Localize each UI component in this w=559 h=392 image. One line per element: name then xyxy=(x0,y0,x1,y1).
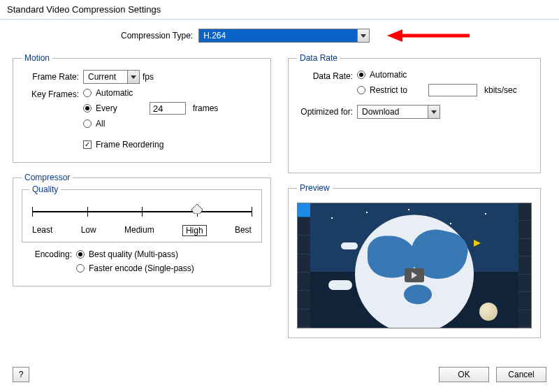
ok-button[interactable]: OK xyxy=(439,367,489,382)
optimized-for-combo[interactable]: Download xyxy=(357,105,440,119)
svg-marker-1 xyxy=(387,29,402,42)
quality-tick-high: High xyxy=(182,225,207,236)
data-rate-label: Data Rate: xyxy=(297,70,357,81)
preview-right-strip xyxy=(518,203,531,328)
kf-all-radio[interactable]: All xyxy=(83,119,218,129)
kf-every-unit: frames xyxy=(193,103,219,113)
chevron-down-icon[interactable] xyxy=(127,71,139,83)
help-button[interactable]: ? xyxy=(13,367,29,382)
dr-automatic-text: Automatic xyxy=(370,70,407,80)
preview-group: Preview xyxy=(288,183,541,338)
svg-marker-2 xyxy=(191,204,203,214)
data-rate-group: Data Rate Data Rate: Automatic Restrict … xyxy=(288,53,541,173)
preview-thumbnail xyxy=(297,203,532,328)
dr-restrict-input[interactable] xyxy=(428,84,477,96)
preview-legend: Preview xyxy=(297,183,333,193)
cloud-icon xyxy=(341,242,358,249)
kf-automatic-radio[interactable]: Automatic xyxy=(83,88,218,98)
key-frames-label: Key Frames: xyxy=(22,88,83,99)
kf-automatic-text: Automatic xyxy=(96,88,133,98)
quality-slider[interactable] xyxy=(32,203,252,224)
window-title: Standard Video Compression Settings xyxy=(0,0,559,20)
slider-thumb-icon[interactable] xyxy=(191,204,203,214)
optimized-for-label: Optimized for: xyxy=(297,107,357,117)
motion-legend: Motion xyxy=(22,53,52,63)
dr-restrict-unit: kbits/sec xyxy=(484,85,517,95)
play-icon[interactable] xyxy=(405,268,424,282)
frame-reordering-text: Frame Reordering xyxy=(96,140,164,150)
compressor-legend: Compressor xyxy=(22,173,73,182)
preview-left-strip xyxy=(298,203,310,328)
frame-rate-unit: fps xyxy=(143,72,154,82)
compression-type-combo[interactable]: H.264 xyxy=(198,29,370,43)
quality-tick-best: Best xyxy=(235,225,252,236)
flag-icon xyxy=(474,240,481,247)
dr-restrict-radio[interactable]: Restrict to kbits/sec xyxy=(357,84,517,96)
frame-reordering-check[interactable]: Frame Reordering xyxy=(83,140,218,150)
annotation-arrow xyxy=(387,27,471,45)
quality-legend: Quality xyxy=(29,184,61,194)
optimized-for-value: Download xyxy=(358,106,428,118)
cloud-icon xyxy=(328,280,352,290)
dr-restrict-text: Restrict to xyxy=(370,85,407,95)
kf-every-radio[interactable]: Every frames xyxy=(83,102,218,115)
compression-type-value: H.264 xyxy=(199,29,357,42)
frame-rate-value: Current xyxy=(84,71,127,83)
frame-rate-label: Frame Rate: xyxy=(22,72,83,82)
quality-tick-low: Low xyxy=(81,225,96,236)
quality-group: Quality Least Low xyxy=(22,189,262,242)
quality-tick-least: Least xyxy=(32,225,52,236)
chevron-down-icon[interactable] xyxy=(357,29,369,42)
chevron-down-icon[interactable] xyxy=(428,106,440,118)
encoding-fast-radio[interactable]: Faster encode (Single-pass) xyxy=(76,263,194,273)
dr-automatic-radio[interactable]: Automatic xyxy=(357,70,517,80)
encoding-best-text: Best quality (Multi-pass) xyxy=(89,249,178,259)
kf-all-text: All xyxy=(96,119,105,129)
encoding-label: Encoding: xyxy=(22,249,76,259)
moon-icon xyxy=(479,303,498,321)
encoding-fast-text: Faster encode (Single-pass) xyxy=(89,263,194,273)
motion-group: Motion Frame Rate: Current fps Key Frame… xyxy=(13,53,271,163)
frame-rate-combo[interactable]: Current xyxy=(83,70,140,84)
preview-video-frame xyxy=(310,203,518,328)
encoding-best-radio[interactable]: Best quality (Multi-pass) xyxy=(76,249,194,259)
kf-every-input[interactable] xyxy=(150,102,186,115)
cancel-button[interactable]: Cancel xyxy=(496,367,546,382)
compressor-group: Compressor Quality xyxy=(13,173,271,286)
kf-every-text: Every xyxy=(96,103,117,113)
quality-tick-medium: Medium xyxy=(124,225,154,236)
compression-type-label: Compression Type: xyxy=(121,31,193,41)
data-rate-legend: Data Rate xyxy=(297,53,340,63)
